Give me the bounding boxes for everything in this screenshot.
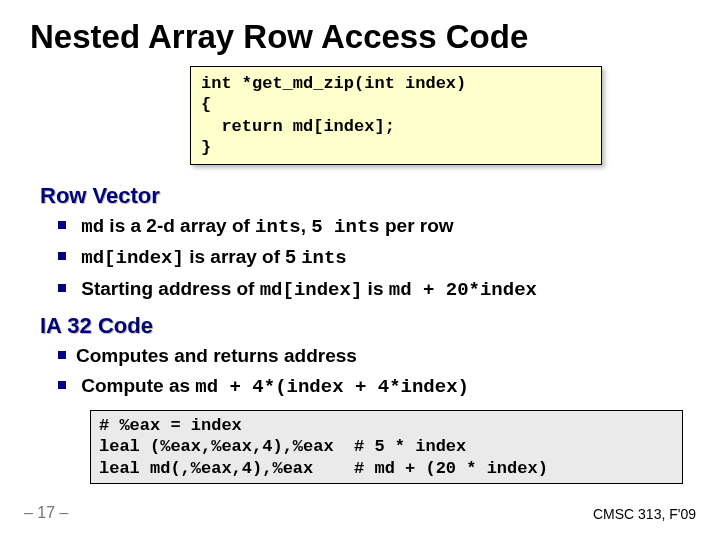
bullet-rv-1: md is a 2-d array of ints, 5 ints per ro… (58, 211, 690, 242)
bullet-ia-1: Computes and returns address (58, 341, 690, 370)
ia32-bullets: Computes and returns address Compute as … (58, 341, 690, 402)
section-ia32-heading: IA 32 Code (40, 313, 690, 339)
course-tag: CMSC 313, F'09 (593, 506, 696, 522)
slide-title: Nested Array Row Access Code (30, 18, 690, 56)
code-snippet-asm: # %eax = index leal (%eax,%eax,4),%eax #… (90, 410, 683, 484)
bullet-ia-2: Compute as md + 4*(index + 4*index) (58, 371, 690, 402)
slide: Nested Array Row Access Code int *get_md… (0, 0, 720, 540)
code-snippet-top: int *get_md_zip(int index) { return md[i… (190, 66, 602, 165)
bullet-rv-2: md[index] is array of 5 ints (58, 242, 690, 273)
row-vector-bullets: md is a 2-d array of ints, 5 ints per ro… (58, 211, 690, 305)
page-number: – 17 – (24, 504, 68, 522)
bullet-rv-3: Starting address of md[index] is md + 20… (58, 274, 690, 305)
section-row-vector-heading: Row Vector (40, 183, 690, 209)
